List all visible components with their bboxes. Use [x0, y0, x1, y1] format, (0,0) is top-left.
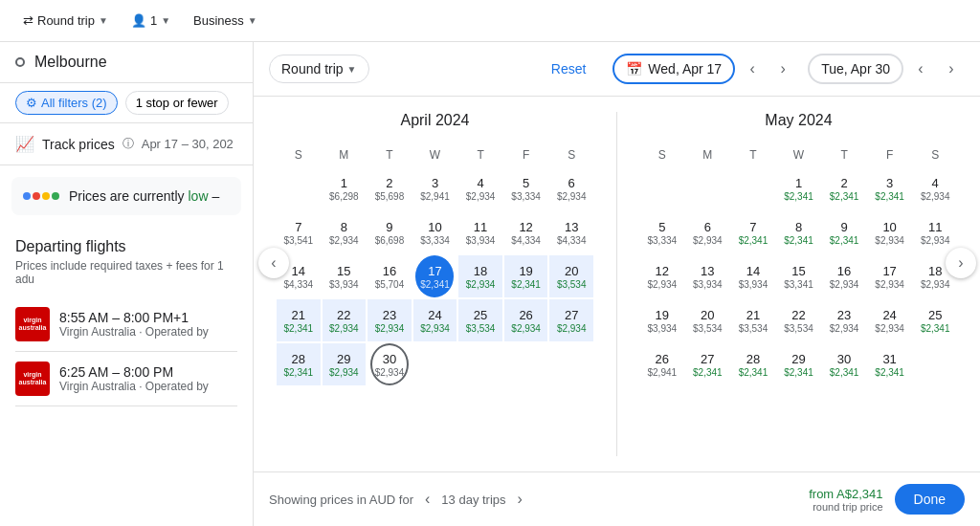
calendar-icon: 📅 — [626, 61, 642, 77]
april-3[interactable]: 3$2,941 — [413, 167, 457, 209]
april-empty-5 — [549, 343, 593, 385]
may-dow-t2: T — [822, 144, 866, 165]
class-label: Business — [193, 13, 244, 28]
april-24[interactable]: 24$2,934 — [413, 299, 457, 341]
april-7[interactable]: 7$3,541 — [277, 211, 321, 253]
may-3[interactable]: 3$2,341 — [868, 167, 912, 209]
april-18[interactable]: 18$2,934 — [458, 255, 502, 297]
april-21[interactable]: 21$2,341 — [277, 299, 321, 341]
may-12[interactable]: 12$2,934 — [640, 255, 684, 297]
april-6[interactable]: 6$2,934 — [549, 167, 593, 209]
april-5[interactable]: 5$3,334 — [504, 167, 548, 209]
stop-filter-button[interactable]: 1 stop or fewer — [125, 91, 229, 115]
april-9[interactable]: 9$6,698 — [368, 211, 412, 253]
left-panel: Melbourne ⚙ All filters (2) 1 stop or fe… — [0, 42, 254, 526]
may-16[interactable]: 16$2,934 — [822, 255, 866, 297]
trip-prev-button[interactable]: ‹ — [421, 489, 434, 510]
may-31[interactable]: 31$2,341 — [868, 343, 912, 385]
may-13[interactable]: 13$3,934 — [686, 255, 730, 297]
cal-trip-type-selector[interactable]: Round trip ▼ — [269, 55, 369, 83]
april-13[interactable]: 13$4,334 — [549, 211, 593, 253]
may-23[interactable]: 23$2,934 — [822, 299, 866, 341]
april-2[interactable]: 2$5,698 — [368, 167, 412, 209]
april-15[interactable]: 15$3,934 — [323, 255, 367, 297]
april-10[interactable]: 10$3,334 — [413, 211, 457, 253]
april-12[interactable]: 12$4,334 — [504, 211, 548, 253]
may-28[interactable]: 28$2,341 — [731, 343, 775, 385]
may-17[interactable]: 17$2,934 — [868, 255, 912, 297]
may-20[interactable]: 20$3,534 — [686, 299, 730, 341]
trip-type-selector[interactable]: ⇄ Round trip ▼ — [15, 10, 116, 32]
may-22[interactable]: 22$3,534 — [777, 299, 821, 341]
track-prices-row[interactable]: 📈 Track prices ⓘ Apr 17 – 30, 202 — [0, 123, 253, 165]
april-22[interactable]: 22$2,934 — [323, 299, 367, 341]
may-21[interactable]: 21$3,534 — [731, 299, 775, 341]
trip-next-button[interactable]: › — [514, 489, 526, 510]
swap-icon: ⇄ — [23, 13, 33, 28]
may-2[interactable]: 2$2,341 — [822, 167, 866, 209]
may-6[interactable]: 6$2,934 — [686, 211, 730, 253]
may-9[interactable]: 9$2,341 — [822, 211, 866, 253]
may-25[interactable]: 25$2,341 — [913, 299, 957, 341]
dow-s2: S — [549, 144, 593, 165]
april-empty-2 — [413, 343, 457, 385]
may-11[interactable]: 11$2,934 — [913, 211, 957, 253]
may-29[interactable]: 29$2,341 — [777, 343, 821, 385]
april-16[interactable]: 16$5,704 — [368, 255, 412, 297]
april-1[interactable]: 1$6,298 — [323, 167, 367, 209]
may-10[interactable]: 10$2,934 — [868, 211, 912, 253]
may-5[interactable]: 5$3,334 — [640, 211, 684, 253]
april-25[interactable]: 25$3,534 — [458, 299, 502, 341]
passengers-selector[interactable]: 👤 1 ▼ — [123, 10, 178, 32]
may-7[interactable]: 7$2,341 — [731, 211, 775, 253]
may-dow-s2: S — [913, 144, 957, 165]
reset-button[interactable]: Reset — [551, 61, 587, 77]
end-prev-button[interactable]: ‹ — [907, 55, 934, 82]
may-27[interactable]: 27$2,341 — [686, 343, 730, 385]
april-26[interactable]: 26$2,934 — [504, 299, 548, 341]
may-dow-t1: T — [731, 144, 775, 165]
may-26[interactable]: 26$2,941 — [640, 343, 684, 385]
flight-card-2[interactable]: virginaustralia 6:25 AM – 8:00 PM Virgin… — [15, 352, 237, 406]
end-date-nav: Tue, Apr 30 ‹ › — [808, 54, 965, 84]
may-19[interactable]: 19$3,934 — [640, 299, 684, 341]
april-30[interactable]: 30$2,934 — [370, 343, 409, 385]
dow-t2: T — [458, 144, 502, 165]
end-date-pill[interactable]: Tue, Apr 30 — [808, 54, 903, 84]
april-19[interactable]: 19$2,341 — [504, 255, 548, 297]
yellow-dot — [42, 192, 50, 200]
class-selector[interactable]: Business ▼ — [186, 10, 265, 32]
april-8[interactable]: 8$2,934 — [323, 211, 367, 253]
departing-title: Departing flights — [15, 238, 237, 255]
may-24[interactable]: 24$2,934 — [868, 299, 912, 341]
end-next-button[interactable]: › — [938, 55, 965, 82]
showing-prices-label: Showing prices in AUD for — [269, 493, 413, 507]
april-11[interactable]: 11$3,934 — [458, 211, 502, 253]
start-next-button[interactable]: › — [769, 55, 796, 82]
may-15[interactable]: 15$3,341 — [777, 255, 821, 297]
side-nav-right-button[interactable]: › — [946, 248, 976, 278]
may-4[interactable]: 4$2,934 — [913, 167, 957, 209]
april-27[interactable]: 27$2,934 — [549, 299, 593, 341]
start-date-pill[interactable]: 📅 Wed, Apr 17 — [612, 54, 735, 84]
trend-icon: 📈 — [15, 135, 34, 153]
done-button[interactable]: Done — [895, 484, 965, 515]
start-prev-button[interactable]: ‹ — [739, 55, 766, 82]
may-8[interactable]: 8$2,341 — [777, 211, 821, 253]
april-28[interactable]: 28$2,341 — [277, 343, 321, 385]
april-29[interactable]: 29$2,934 — [323, 343, 367, 385]
side-nav-left-button[interactable]: ‹ — [258, 248, 289, 278]
may-14[interactable]: 14$3,934 — [731, 255, 775, 297]
stop-filter-label: 1 stop or fewer — [136, 96, 218, 110]
flight-info-1: 8:55 AM – 8:00 PM+1 Virgin Australia · O… — [59, 310, 237, 339]
flight-card-1[interactable]: virginaustralia 8:55 AM – 8:00 PM+1 Virg… — [15, 297, 237, 352]
april-20[interactable]: 20$3,534 — [549, 255, 593, 297]
april-4[interactable]: 4$2,934 — [458, 167, 502, 209]
may-30[interactable]: 30$2,341 — [822, 343, 866, 385]
april-23[interactable]: 23$2,934 — [368, 299, 412, 341]
flight-carrier-2: Virgin Australia · Operated by — [59, 380, 237, 393]
flight-time-2: 6:25 AM – 8:00 PM — [59, 364, 237, 380]
all-filters-button[interactable]: ⚙ All filters (2) — [15, 91, 118, 115]
may-1[interactable]: 1$2,341 — [777, 167, 821, 209]
april-17[interactable]: 17$2,341 — [415, 255, 454, 297]
